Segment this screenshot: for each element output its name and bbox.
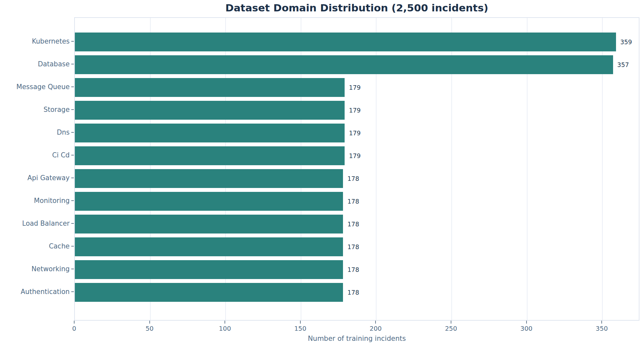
y-axis-label: Networking — [0, 260, 70, 278]
x-tick-label: 0 — [61, 325, 87, 332]
bar — [75, 283, 343, 302]
y-tick-mark — [71, 223, 74, 224]
y-tick-mark — [71, 246, 74, 247]
bar — [75, 192, 343, 211]
bar — [75, 55, 613, 74]
bar — [75, 78, 345, 97]
bar — [75, 101, 345, 120]
bar-value-label: 178 — [347, 215, 359, 234]
x-tick-label: 300 — [514, 325, 540, 332]
y-tick-mark — [71, 109, 74, 110]
x-tick-mark — [526, 321, 527, 324]
bar-value-label: 178 — [347, 192, 359, 211]
bar-value-label: 179 — [349, 124, 361, 142]
y-tick-mark — [71, 87, 74, 87]
x-tick-label: 250 — [438, 325, 464, 332]
x-axis-title: Number of training incidents — [74, 335, 639, 342]
bar — [75, 33, 616, 51]
y-tick-mark — [71, 64, 74, 64]
x-tick-mark — [300, 321, 301, 324]
bar-value-label: 359 — [620, 33, 632, 51]
x-tick-mark — [225, 321, 225, 324]
bar — [75, 124, 345, 142]
bar-value-label: 357 — [617, 55, 629, 74]
y-axis-label: Cache — [0, 237, 70, 256]
x-tick-mark — [375, 321, 376, 324]
y-tick-mark — [71, 200, 74, 201]
chart-title: Dataset Domain Distribution (2,500 incid… — [74, 2, 639, 14]
x-tick-mark — [451, 321, 451, 324]
bar-value-label: 179 — [349, 78, 361, 97]
y-axis-label: Authentication — [0, 282, 70, 301]
y-tick-mark — [71, 269, 74, 269]
bar — [75, 237, 343, 256]
bar — [75, 146, 345, 165]
x-tick-label: 100 — [212, 325, 238, 332]
bar-value-label: 178 — [347, 237, 359, 256]
bar — [75, 215, 343, 234]
bar-value-label: 179 — [349, 146, 361, 165]
x-tick-label: 350 — [589, 325, 615, 332]
bar-value-label: 178 — [347, 169, 359, 188]
y-tick-mark — [71, 132, 74, 133]
y-axis-label: Monitoring — [0, 191, 70, 210]
y-axis-label: Api Gateway — [0, 168, 70, 187]
y-axis-label: Dns — [0, 123, 70, 142]
y-axis-label: Storage — [0, 100, 70, 119]
y-tick-mark — [71, 178, 74, 178]
y-tick-mark — [71, 291, 74, 292]
y-axis-label: Kubernetes — [0, 32, 70, 51]
y-axis-label: Ci Cd — [0, 146, 70, 165]
y-axis-label: Load Balancer — [0, 214, 70, 233]
y-tick-mark — [71, 41, 74, 42]
x-tick-mark — [601, 321, 602, 324]
x-tick-label: 50 — [137, 325, 163, 332]
bar — [75, 260, 343, 279]
x-tick-label: 200 — [363, 325, 389, 332]
plot-area: 359357179179179179178178178178178178 — [74, 17, 639, 321]
y-tick-mark — [71, 155, 74, 155]
bar-value-label: 178 — [347, 283, 359, 302]
bar-value-label: 179 — [349, 101, 361, 120]
y-axis-label: Message Queue — [0, 77, 70, 96]
bar-value-label: 178 — [347, 260, 359, 279]
y-axis-label: Database — [0, 55, 70, 73]
chart-figure: Dataset Domain Distribution (2,500 incid… — [0, 0, 644, 347]
x-tick-mark — [149, 321, 150, 324]
x-tick-label: 150 — [287, 325, 313, 332]
bar — [75, 169, 343, 188]
x-tick-mark — [74, 321, 75, 324]
